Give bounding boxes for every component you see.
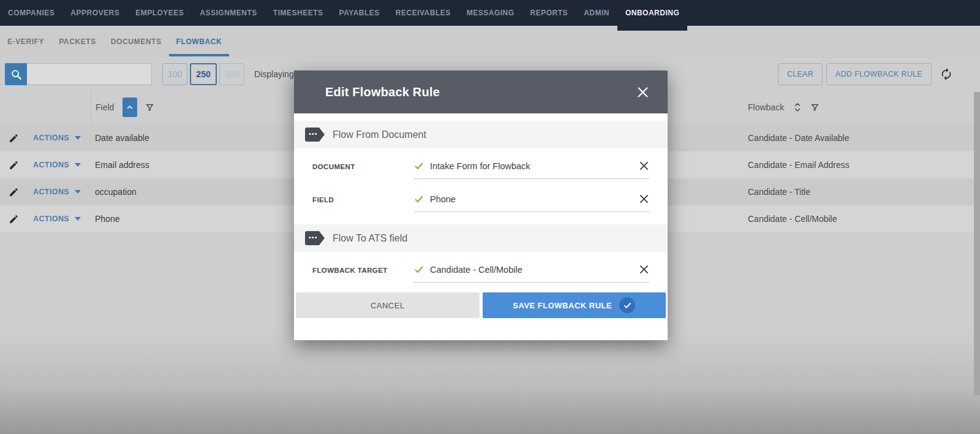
field-column-title: Field — [96, 102, 114, 112]
modal-header: Edit Flowback Rule — [294, 70, 668, 113]
clear-field-icon[interactable] — [639, 194, 649, 204]
vertical-scrollbar[interactable] — [974, 92, 980, 395]
top-navigation: COMPANIES APPROVERS EMPLOYEES ASSIGNMENT… — [0, 0, 980, 26]
actions-dropdown[interactable]: ACTIONS — [27, 215, 91, 223]
page-size-500[interactable]: 500 — [219, 63, 244, 85]
field-sort-asc-button[interactable] — [123, 97, 137, 117]
search-button[interactable] — [5, 63, 27, 85]
check-circle-icon — [619, 297, 635, 313]
caret-down-icon — [75, 217, 81, 221]
section-flow-from-document: ••• Flow From Document — [294, 121, 668, 148]
modal-title: Edit Flowback Rule — [325, 85, 440, 99]
nav-onboarding[interactable]: ONBOARDING — [617, 0, 687, 26]
flowback-column-header: Flowback — [745, 90, 980, 124]
document-input[interactable]: Intake Form for Flowback — [414, 161, 649, 179]
valid-check-icon — [414, 194, 424, 204]
edit-pencil-icon[interactable] — [0, 187, 27, 197]
section-title: Flow From Document — [333, 129, 426, 140]
nav-payables[interactable]: PAYABLES — [331, 0, 388, 26]
nav-companies[interactable]: COMPANIES — [0, 0, 62, 26]
field-input[interactable]: Phone — [414, 194, 649, 212]
row-flowback-value: Candidate - Email Address — [745, 160, 980, 170]
nav-assignments[interactable]: ASSIGNMENTS — [192, 0, 265, 26]
row-flowback-value: Candidate - Title — [745, 187, 980, 197]
page-size-group: 100 250 500 — [162, 63, 244, 85]
tab-documents[interactable]: DOCUMENTS — [104, 26, 169, 58]
refresh-icon[interactable] — [940, 67, 953, 81]
flowback-column-title: Flowback — [748, 102, 784, 112]
edit-pencil-icon[interactable] — [0, 133, 27, 143]
field-filter-icon[interactable] — [145, 103, 154, 112]
nav-approvers[interactable]: APPROVERS — [62, 0, 127, 26]
chevron-up-icon — [126, 103, 134, 112]
tab-e-verify[interactable]: E-VERIFY — [0, 26, 51, 58]
modal-footer: CANCEL SAVE FLOWBACK RULE — [294, 292, 668, 318]
valid-check-icon — [414, 265, 424, 275]
page-size-250[interactable]: 250 — [190, 63, 216, 85]
caret-down-icon — [75, 190, 81, 194]
save-flowback-rule-button[interactable]: SAVE FLOWBACK RULE — [483, 292, 666, 318]
actions-dropdown[interactable]: ACTIONS — [27, 134, 91, 142]
nav-timesheets[interactable]: TIMESHEETS — [265, 0, 331, 26]
actions-dropdown[interactable]: ACTIONS — [27, 161, 91, 169]
field-field-row: FIELD Phone — [294, 194, 668, 212]
document-label: DOCUMENT — [312, 161, 414, 170]
clear-button[interactable]: CLEAR — [778, 63, 823, 85]
close-icon[interactable] — [635, 85, 650, 100]
actions-label: ACTIONS — [33, 134, 69, 142]
edit-pencil-icon[interactable] — [0, 160, 27, 170]
flowback-target-row: FLOWBACK TARGET Candidate - Cell/Mobile — [294, 264, 668, 283]
row-flowback-value: Candidate - Date Available — [745, 133, 980, 143]
actions-label: ACTIONS — [33, 161, 69, 169]
flowback-target-label: FLOWBACK TARGET — [312, 264, 414, 274]
nav-reports[interactable]: REPORTS — [522, 0, 576, 26]
clear-flowback-target-icon[interactable] — [639, 264, 649, 275]
section-flow-to-ats-field: ••• Flow To ATS field — [294, 224, 668, 252]
caret-down-icon — [75, 136, 81, 140]
tab-flowback[interactable]: FLOWBACK — [169, 26, 230, 58]
tag-icon: ••• — [305, 231, 325, 245]
toolbar-right-group: CLEAR ADD FLOWBACK RULE — [778, 63, 953, 85]
document-value: Intake Form for Flowback — [430, 161, 633, 171]
nav-employees[interactable]: EMPLOYEES — [127, 0, 192, 26]
search-icon — [10, 69, 22, 80]
nav-messaging[interactable]: MESSAGING — [459, 0, 522, 26]
document-field-row: DOCUMENT Intake Form for Flowback — [294, 161, 668, 179]
field-value: Phone — [430, 194, 633, 204]
add-flowback-rule-button[interactable]: ADD FLOWBACK RULE — [826, 63, 932, 85]
cancel-button[interactable]: CANCEL — [296, 292, 480, 318]
actions-dropdown[interactable]: ACTIONS — [27, 188, 91, 196]
actions-label: ACTIONS — [33, 188, 69, 196]
onboarding-sub-navigation: E-VERIFY PACKETS DOCUMENTS FLOWBACK — [0, 26, 980, 58]
actions-label: ACTIONS — [33, 215, 69, 223]
nav-receivables[interactable]: RECEIVABLES — [388, 0, 459, 26]
flowback-target-input[interactable]: Candidate - Cell/Mobile — [414, 264, 649, 283]
flowback-filter-icon[interactable] — [810, 103, 820, 112]
nav-admin[interactable]: ADMIN — [576, 0, 617, 26]
save-button-label: SAVE FLOWBACK RULE — [513, 301, 612, 310]
search-input[interactable] — [27, 63, 152, 85]
flowback-sort-icon[interactable] — [793, 102, 802, 113]
row-flowback-value: Candidate - Cell/Mobile — [745, 214, 980, 224]
valid-check-icon — [414, 161, 424, 171]
clear-document-icon[interactable] — [639, 161, 649, 171]
tab-packets[interactable]: PACKETS — [51, 26, 104, 58]
tag-icon: ••• — [305, 128, 325, 142]
flowback-target-value: Candidate - Cell/Mobile — [430, 265, 633, 275]
section-title: Flow To ATS field — [333, 233, 407, 244]
edit-flowback-rule-modal: Edit Flowback Rule ••• Flow From Documen… — [294, 70, 668, 340]
page-size-100[interactable]: 100 — [162, 63, 187, 85]
edit-pencil-icon[interactable] — [0, 214, 27, 224]
caret-down-icon — [75, 163, 81, 167]
field-label: FIELD — [312, 194, 414, 204]
